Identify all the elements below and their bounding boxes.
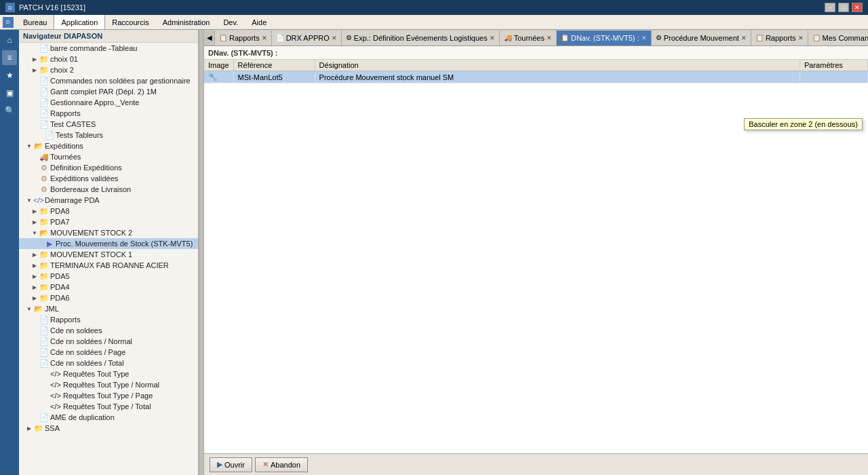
file-icon: 📄: [39, 326, 49, 335]
sidebar-home-icon[interactable]: ⌂: [2, 33, 17, 48]
cell-image: 🔧: [204, 71, 233, 83]
tab-tournees[interactable]: 🚚 Tournées ✕: [500, 31, 557, 45]
folder-icon: 📁: [39, 206, 49, 216]
content-area: ◀ 📋 Rapports ✕ 📄 DRX APPRO ✕ ⚙ Exp.: Déf…: [204, 30, 868, 475]
tab-close-exp[interactable]: ✕: [490, 35, 495, 41]
tab-close-rapports2[interactable]: ✕: [798, 35, 804, 41]
tree-item-req-tout-type-page[interactable]: </> Requêtes Tout Type / Page: [19, 390, 198, 401]
sidebar-monitor-icon[interactable]: ▣: [2, 86, 17, 100]
tree-item-rapports2[interactable]: 📄 Rapports: [19, 314, 198, 325]
folder-icon: 📁: [39, 250, 49, 259]
tree-item-choix01[interactable]: ▶ 📁 choix 01: [19, 54, 198, 64]
sidebar-nav-icon[interactable]: ≡: [2, 50, 17, 65]
tree-item-barre[interactable]: 📄 barre commande -Tableau: [19, 43, 198, 54]
tab-close-dnav[interactable]: ✕: [642, 35, 647, 41]
tab-proc-mouvement[interactable]: ⚙ Procédure Mouvement ✕: [652, 31, 751, 45]
tab-close-proc[interactable]: ✕: [741, 35, 747, 41]
truck-icon: ⚙: [39, 163, 49, 172]
folder-icon: 📁: [39, 54, 49, 64]
ouvrir-icon: ▶: [217, 460, 222, 469]
sidebar-search-icon[interactable]: 🔍: [2, 103, 17, 118]
col-header-designation: Désignation: [315, 60, 800, 71]
menu-dev[interactable]: Dev.: [216, 15, 245, 29]
menu-application[interactable]: Application: [54, 15, 105, 29]
folder-icon: 📁: [34, 423, 43, 433]
tree-item-pda5[interactable]: ▶ 📁 PDA5: [19, 271, 198, 282]
tab-close-drx[interactable]: ✕: [332, 35, 337, 41]
tree-item-exp-val[interactable]: ⚙ Expéditions validées: [19, 173, 198, 184]
data-table: Image Référence Désignation Paramètres 🔧…: [204, 60, 868, 83]
maximize-button[interactable]: □: [838, 3, 849, 12]
file-icon: 📄: [39, 98, 49, 107]
nav-tree[interactable]: 📄 barre commande -Tableau ▶ 📁 choix 01 ▶…: [19, 43, 198, 475]
tree-item-cde-nn-normal[interactable]: 📄 Cde nn soldées / Normal: [19, 336, 198, 347]
tab-rapports1[interactable]: 📋 Rapports ✕: [215, 31, 272, 45]
tab-mes-commandes[interactable]: 📋 Mes Commandes Non Soldées ✕: [808, 31, 868, 45]
tab-close-rapports1[interactable]: ✕: [262, 35, 267, 41]
folder-icon: 📁: [39, 217, 49, 227]
tree-item-def-exp[interactable]: ⚙ Définition Expéditions: [19, 162, 198, 173]
tree-item-tests-tableurs[interactable]: 📄 Tests Tableurs: [19, 130, 198, 140]
sidebar-star-icon[interactable]: ★: [2, 68, 17, 83]
cell-reference: MSt-ManLot5: [233, 71, 315, 83]
tree-item-mvt-stock1[interactable]: ▶ 📁 MOUVEMENT STOCK 1: [19, 249, 198, 260]
tab-close-tournees[interactable]: ✕: [547, 35, 552, 41]
file-icon: 📄: [39, 347, 49, 357]
folder-open-icon: 📂: [39, 228, 49, 238]
tab-rapports2[interactable]: 📋 Rapports ✕: [751, 31, 808, 45]
abandon-icon: ✕: [262, 460, 269, 469]
tree-item-test-castes[interactable]: 📄 Test CASTES: [19, 119, 198, 130]
tree-item-cmd[interactable]: 📄 Commandes non soldées par gestionnaire: [19, 75, 198, 86]
file-icon: 📄: [45, 130, 54, 140]
tree-item-terminaux[interactable]: ▶ 📁 TERMINAUX FAB ROANNE ACIER: [19, 260, 198, 271]
tree-item-mvt-stock2[interactable]: ▼ 📂 MOUVEMENT STOCK 2: [19, 227, 198, 238]
tree-item-pda7[interactable]: ▶ 📁 PDA7: [19, 216, 198, 227]
tree-item-cde-nn-total[interactable]: 📄 Cde nn soldées / Total: [19, 358, 198, 368]
tree-item-pda6[interactable]: ▶ 📁 PDA6: [19, 292, 198, 303]
code-icon: [39, 402, 49, 411]
file-icon: 📄: [39, 109, 49, 118]
file-icon: 📄: [39, 358, 49, 368]
menu-raccourcis[interactable]: Raccourcis: [105, 15, 155, 29]
tree-item-demarrage-pda[interactable]: ▼ </> Démarrage PDA: [19, 195, 198, 206]
tree-item-cde-nn[interactable]: 📄 Cde nn soldees: [19, 325, 198, 336]
tree-item-req-tout-type-normal[interactable]: </> Requêtes Tout Type / Normal: [19, 379, 198, 390]
tree-item-pda4[interactable]: ▶ 📁 PDA4: [19, 282, 198, 292]
minimize-button[interactable]: −: [825, 3, 835, 12]
tree-item-borderx[interactable]: ⚙ Bordereaux de Livraison: [19, 184, 198, 195]
tree-item-ame[interactable]: 📄 AME de duplication: [19, 412, 198, 423]
menu-bureau[interactable]: Bureau: [16, 15, 54, 29]
proc-icon: ▶: [45, 239, 54, 248]
tree-item-proc-mvt[interactable]: ▶ Proc. Mouvements de Stock (STK-MVT5): [19, 238, 198, 249]
tree-item-expeditions[interactable]: ▼ 📂 Expéditions: [19, 140, 198, 151]
close-button[interactable]: ✕: [852, 3, 863, 12]
tree-item-rapports1[interactable]: 📄 Rapports: [19, 108, 198, 119]
resize-handle[interactable]: [199, 30, 204, 475]
tree-item-pda8[interactable]: ▶ 📁 PDA8: [19, 206, 198, 216]
tab-drx-appro[interactable]: 📄 DRX APPRO ✕: [272, 31, 342, 45]
table-row[interactable]: 🔧 MSt-ManLot5 Procédure Mouvement stock …: [204, 71, 868, 83]
folder-icon: 📁: [39, 282, 49, 292]
menu-administration[interactable]: Administration: [156, 15, 217, 29]
tab-bar: ◀ 📋 Rapports ✕ 📄 DRX APPRO ✕ ⚙ Exp.: Déf…: [204, 30, 868, 46]
ouvrir-button[interactable]: ▶ Ouvrir: [210, 457, 252, 472]
table-container[interactable]: Image Référence Désignation Paramètres 🔧…: [204, 60, 868, 453]
tree-item-choix2[interactable]: ▶ 📁 choix 2: [19, 64, 198, 75]
tree-item-jml[interactable]: ▼ 📂 JML: [19, 303, 198, 314]
tree-item-req-tout-type[interactable]: </> Requêtes Tout Type: [19, 368, 198, 379]
tab-exp-def[interactable]: ⚙ Exp.: Définition Événements Logistique…: [342, 31, 500, 45]
file-icon: 📄: [39, 87, 49, 96]
titlebar-title: PATCH V16 [15231]: [19, 3, 85, 12]
menu-aide[interactable]: Aide: [245, 15, 273, 29]
tree-item-cde-nn-page[interactable]: 📄 Cde nn soldées / Page: [19, 347, 198, 358]
tree-item-gantt[interactable]: 📄 Gantt complet PAR (Dépl. 2) 1M: [19, 86, 198, 97]
tree-item-req-tout-type-total[interactable]: </> Requêtes Tout Type / Total: [19, 401, 198, 412]
tab-dnav-stk[interactable]: 📋 DNav. (STK-MVT5) : ✕: [557, 31, 652, 45]
tree-item-gestionnaire[interactable]: 📄 Gestionnaire Appro._Vente: [19, 97, 198, 108]
tree-item-ssa[interactable]: ▶ 📁 SSA: [19, 423, 198, 434]
nav-panel: Navigateur DIAPASON 📄 barre commande -Ta…: [19, 30, 199, 475]
abandon-button[interactable]: ✕ Abandon: [255, 457, 308, 472]
tree-item-tournees[interactable]: 🚚 Tournées: [19, 151, 198, 162]
tab-nav-left[interactable]: ◀: [204, 31, 215, 45]
col-header-parametres: Paramètres: [800, 60, 868, 71]
